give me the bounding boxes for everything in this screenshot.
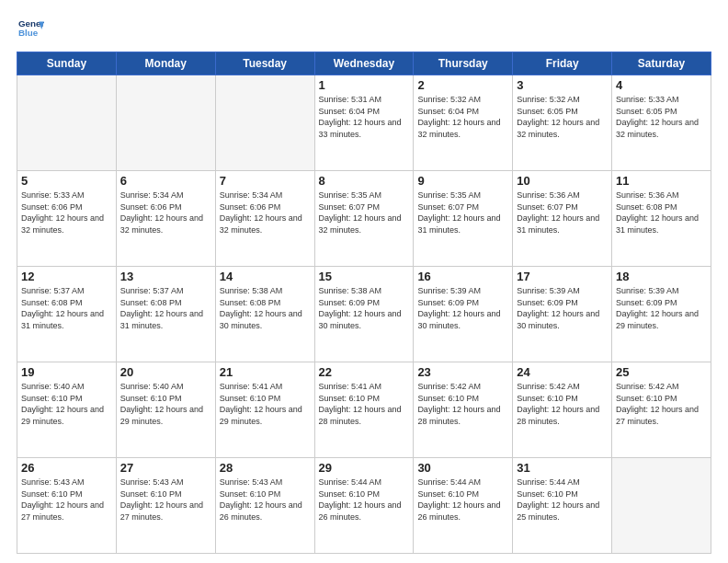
day-number: 16	[417, 270, 508, 283]
calendar-cell: 30Sunrise: 5:44 AM Sunset: 6:10 PM Dayli…	[414, 458, 513, 554]
weekday-header: Saturday	[612, 52, 711, 75]
day-number: 6	[120, 174, 211, 188]
day-info: Sunrise: 5:43 AM Sunset: 6:10 PM Dayligh…	[21, 477, 112, 523]
day-number: 18	[616, 270, 707, 283]
day-info: Sunrise: 5:42 AM Sunset: 6:10 PM Dayligh…	[616, 381, 707, 427]
calendar-cell	[215, 75, 314, 171]
day-info: Sunrise: 5:40 AM Sunset: 6:10 PM Dayligh…	[120, 381, 211, 427]
weekday-header: Monday	[116, 52, 215, 75]
calendar-cell: 22Sunrise: 5:41 AM Sunset: 6:10 PM Dayli…	[314, 362, 414, 458]
calendar-cell: 8Sunrise: 5:35 AM Sunset: 6:07 PM Daylig…	[314, 171, 414, 267]
calendar-cell: 17Sunrise: 5:39 AM Sunset: 6:09 PM Dayli…	[513, 267, 612, 362]
day-number: 17	[517, 270, 608, 283]
day-info: Sunrise: 5:37 AM Sunset: 6:08 PM Dayligh…	[120, 285, 211, 331]
day-number: 4	[616, 78, 707, 92]
day-number: 10	[517, 174, 608, 188]
calendar-cell: 20Sunrise: 5:40 AM Sunset: 6:10 PM Dayli…	[116, 362, 215, 458]
weekday-header: Wednesday	[314, 52, 414, 75]
day-number: 5	[21, 174, 112, 188]
calendar-cell: 18Sunrise: 5:39 AM Sunset: 6:09 PM Dayli…	[612, 267, 711, 362]
day-info: Sunrise: 5:32 AM Sunset: 6:05 PM Dayligh…	[517, 94, 608, 140]
calendar-cell: 4Sunrise: 5:33 AM Sunset: 6:05 PM Daylig…	[612, 75, 711, 171]
day-info: Sunrise: 5:32 AM Sunset: 6:04 PM Dayligh…	[417, 94, 508, 140]
day-info: Sunrise: 5:44 AM Sunset: 6:10 PM Dayligh…	[517, 477, 608, 523]
day-info: Sunrise: 5:36 AM Sunset: 6:07 PM Dayligh…	[517, 190, 608, 236]
day-number: 2	[417, 78, 508, 92]
day-info: Sunrise: 5:35 AM Sunset: 6:07 PM Dayligh…	[319, 190, 410, 236]
day-number: 1	[319, 78, 410, 92]
day-info: Sunrise: 5:38 AM Sunset: 6:08 PM Dayligh…	[220, 285, 311, 331]
day-number: 7	[220, 174, 311, 188]
calendar-cell: 28Sunrise: 5:43 AM Sunset: 6:10 PM Dayli…	[215, 458, 314, 554]
logo-icon: General Blue	[18, 17, 44, 42]
day-info: Sunrise: 5:44 AM Sunset: 6:10 PM Dayligh…	[417, 477, 508, 523]
day-info: Sunrise: 5:44 AM Sunset: 6:10 PM Dayligh…	[319, 477, 410, 523]
day-info: Sunrise: 5:33 AM Sunset: 6:05 PM Dayligh…	[616, 94, 707, 140]
calendar-cell	[17, 75, 117, 171]
calendar-cell: 13Sunrise: 5:37 AM Sunset: 6:08 PM Dayli…	[116, 267, 215, 362]
calendar-cell: 21Sunrise: 5:41 AM Sunset: 6:10 PM Dayli…	[215, 362, 314, 458]
calendar-cell: 31Sunrise: 5:44 AM Sunset: 6:10 PM Dayli…	[513, 458, 612, 554]
calendar-cell: 26Sunrise: 5:43 AM Sunset: 6:10 PM Dayli…	[17, 458, 117, 554]
day-info: Sunrise: 5:36 AM Sunset: 6:08 PM Dayligh…	[616, 190, 707, 236]
day-info: Sunrise: 5:38 AM Sunset: 6:09 PM Dayligh…	[319, 285, 410, 331]
calendar-cell: 23Sunrise: 5:42 AM Sunset: 6:10 PM Dayli…	[414, 362, 513, 458]
weekday-header: Sunday	[17, 52, 117, 75]
day-info: Sunrise: 5:42 AM Sunset: 6:10 PM Dayligh…	[417, 381, 508, 427]
day-info: Sunrise: 5:33 AM Sunset: 6:06 PM Dayligh…	[21, 190, 112, 236]
day-number: 20	[120, 365, 211, 379]
day-number: 15	[319, 270, 410, 283]
day-number: 27	[120, 461, 211, 475]
svg-text:Blue: Blue	[18, 28, 39, 38]
page: General Blue SundayMondayTuesdayWednesda…	[0, 0, 728, 563]
day-info: Sunrise: 5:35 AM Sunset: 6:07 PM Dayligh…	[417, 190, 508, 236]
day-info: Sunrise: 5:43 AM Sunset: 6:10 PM Dayligh…	[220, 477, 311, 523]
calendar-cell: 9Sunrise: 5:35 AM Sunset: 6:07 PM Daylig…	[414, 171, 513, 267]
day-info: Sunrise: 5:39 AM Sunset: 6:09 PM Dayligh…	[517, 285, 608, 331]
day-number: 21	[220, 365, 311, 379]
calendar-cell: 5Sunrise: 5:33 AM Sunset: 6:06 PM Daylig…	[17, 171, 117, 267]
day-number: 3	[517, 78, 608, 92]
calendar-table: SundayMondayTuesdayWednesdayThursdayFrid…	[17, 52, 711, 554]
calendar-cell	[612, 458, 711, 554]
calendar-cell: 2Sunrise: 5:32 AM Sunset: 6:04 PM Daylig…	[414, 75, 513, 171]
day-number: 12	[21, 270, 112, 283]
day-info: Sunrise: 5:41 AM Sunset: 6:10 PM Dayligh…	[319, 381, 410, 427]
calendar-cell: 16Sunrise: 5:39 AM Sunset: 6:09 PM Dayli…	[414, 267, 513, 362]
day-number: 9	[417, 174, 508, 188]
header: General Blue	[17, 17, 711, 42]
calendar-cell: 11Sunrise: 5:36 AM Sunset: 6:08 PM Dayli…	[612, 171, 711, 267]
day-number: 14	[220, 270, 311, 283]
weekday-header: Tuesday	[215, 52, 314, 75]
day-info: Sunrise: 5:39 AM Sunset: 6:09 PM Dayligh…	[616, 285, 707, 331]
weekday-header: Thursday	[414, 52, 513, 75]
calendar-cell: 3Sunrise: 5:32 AM Sunset: 6:05 PM Daylig…	[513, 75, 612, 171]
calendar-cell: 14Sunrise: 5:38 AM Sunset: 6:08 PM Dayli…	[215, 267, 314, 362]
calendar-cell: 12Sunrise: 5:37 AM Sunset: 6:08 PM Dayli…	[17, 267, 117, 362]
calendar-cell: 7Sunrise: 5:34 AM Sunset: 6:06 PM Daylig…	[215, 171, 314, 267]
day-info: Sunrise: 5:34 AM Sunset: 6:06 PM Dayligh…	[220, 190, 311, 236]
calendar-cell: 27Sunrise: 5:43 AM Sunset: 6:10 PM Dayli…	[116, 458, 215, 554]
calendar-cell: 19Sunrise: 5:40 AM Sunset: 6:10 PM Dayli…	[17, 362, 117, 458]
day-number: 26	[21, 461, 112, 475]
day-info: Sunrise: 5:41 AM Sunset: 6:10 PM Dayligh…	[220, 381, 311, 427]
calendar-cell: 24Sunrise: 5:42 AM Sunset: 6:10 PM Dayli…	[513, 362, 612, 458]
day-info: Sunrise: 5:31 AM Sunset: 6:04 PM Dayligh…	[319, 94, 410, 140]
day-number: 28	[220, 461, 311, 475]
calendar-cell: 1Sunrise: 5:31 AM Sunset: 6:04 PM Daylig…	[314, 75, 414, 171]
day-number: 23	[417, 365, 508, 379]
day-number: 11	[616, 174, 707, 188]
day-number: 25	[616, 365, 707, 379]
day-number: 24	[517, 365, 608, 379]
weekday-header: Friday	[513, 52, 612, 75]
day-info: Sunrise: 5:34 AM Sunset: 6:06 PM Dayligh…	[120, 190, 211, 236]
day-number: 22	[319, 365, 410, 379]
day-info: Sunrise: 5:42 AM Sunset: 6:10 PM Dayligh…	[517, 381, 608, 427]
day-info: Sunrise: 5:37 AM Sunset: 6:08 PM Dayligh…	[21, 285, 112, 331]
logo: General Blue	[17, 17, 44, 42]
calendar-cell: 25Sunrise: 5:42 AM Sunset: 6:10 PM Dayli…	[612, 362, 711, 458]
day-info: Sunrise: 5:40 AM Sunset: 6:10 PM Dayligh…	[21, 381, 112, 427]
day-info: Sunrise: 5:43 AM Sunset: 6:10 PM Dayligh…	[120, 477, 211, 523]
day-info: Sunrise: 5:39 AM Sunset: 6:09 PM Dayligh…	[417, 285, 508, 331]
day-number: 19	[21, 365, 112, 379]
